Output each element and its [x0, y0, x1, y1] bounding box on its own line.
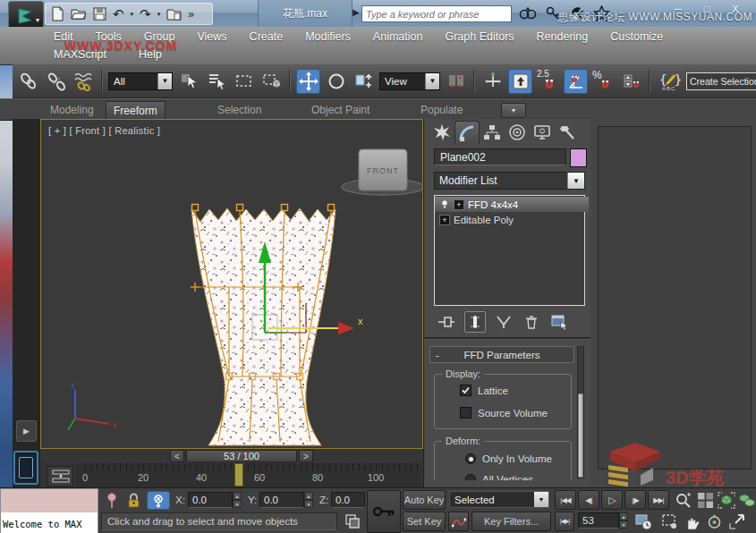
ribbon-tab-selection[interactable]: Selection: [210, 101, 268, 118]
viewcube[interactable]: FRONT: [342, 149, 422, 195]
scrollbar-thumb[interactable]: [578, 393, 583, 478]
radio-selected-icon[interactable]: [465, 453, 476, 464]
field-of-view-region-icon[interactable]: [659, 512, 679, 531]
absolute-mode-transform-icon[interactable]: [147, 491, 170, 510]
select-and-move-icon[interactable]: [296, 69, 320, 94]
spinner-up-icon[interactable]: ▲: [233, 492, 242, 500]
set-key-button[interactable]: Set Key: [403, 512, 446, 531]
modifier-list-dropdown[interactable]: Modifier List ▼: [434, 172, 585, 190]
timeline-slider-handle[interactable]: [234, 463, 243, 486]
ribbon-tab-object-paint[interactable]: Object Paint: [304, 101, 377, 118]
qat-overflow-icon[interactable]: »: [188, 9, 194, 20]
next-frame-arrow-button[interactable]: >: [299, 450, 313, 462]
set-keys-button[interactable]: [367, 490, 401, 533]
reference-coordinate-dropdown[interactable]: View ▼: [379, 72, 440, 90]
menu-graph-editors[interactable]: Graph Editors: [445, 30, 514, 43]
listener-macro-pane[interactable]: [1, 489, 98, 513]
visibility-bulb-icon[interactable]: [439, 199, 450, 210]
maximize-button[interactable]: □: [694, 2, 719, 16]
use-pivot-point-center-icon[interactable]: [444, 69, 468, 94]
stack-row-editable-poly[interactable]: + Editable Poly: [435, 212, 589, 227]
frame-spinner[interactable]: ▲▼: [619, 512, 628, 529]
select-and-link-icon[interactable]: [16, 69, 40, 94]
percent-snap-toggle-icon[interactable]: %: [591, 69, 616, 94]
y-spinner[interactable]: ▲▼: [304, 492, 313, 508]
tab-scroll-arrow-icon[interactable]: ▶: [353, 7, 360, 17]
track-bar[interactable]: 0 20 40 60 80 100: [40, 463, 423, 487]
keyboard-shortcut-override-icon[interactable]: [508, 69, 532, 94]
zoom-extents-icon[interactable]: [717, 490, 736, 510]
tab-motion-icon[interactable]: [505, 121, 530, 144]
isolate-selection-icon[interactable]: [343, 512, 362, 531]
previous-frame-arrow-button[interactable]: <: [170, 450, 184, 462]
orbit-icon[interactable]: [704, 512, 724, 531]
named-selection-sets-icon[interactable]: { }ABC: [656, 69, 683, 94]
select-and-manipulate-icon[interactable]: [480, 69, 505, 94]
previous-frame-button[interactable]: ◀||: [578, 490, 599, 510]
z-coord-field[interactable]: 0.0: [331, 492, 365, 508]
goto-end-button[interactable]: ▶▶|: [648, 490, 669, 510]
checkbox-unchecked-icon[interactable]: [460, 407, 471, 419]
menu-create[interactable]: Create: [250, 30, 284, 43]
configure-modifier-sets-icon[interactable]: [549, 312, 569, 332]
all-vertices-radio-row[interactable]: All Vertices: [465, 474, 533, 480]
selection-lock-icon[interactable]: [126, 492, 141, 509]
menu-modifiers[interactable]: Modifiers: [305, 30, 351, 43]
expand-plus-icon[interactable]: +: [439, 215, 450, 225]
time-configuration-icon[interactable]: [633, 512, 653, 531]
pan-hand-icon[interactable]: [682, 512, 701, 531]
auto-key-button[interactable]: Auto Key: [403, 490, 446, 510]
tab-display-icon[interactable]: [530, 121, 555, 144]
minimize-button[interactable]: ─: [666, 2, 691, 16]
project-folder-icon[interactable]: [166, 7, 182, 21]
new-file-icon[interactable]: [51, 6, 64, 21]
goto-start-button[interactable]: |◀◀: [555, 490, 576, 510]
ribbon-config-dropdown-icon[interactable]: ▼: [501, 103, 526, 118]
undo-dropdown-icon[interactable]: ▾: [131, 11, 134, 18]
window-crossing-icon[interactable]: [259, 69, 284, 94]
create-selection-set-field[interactable]: Create Selection: [686, 72, 756, 90]
spinner-snap-toggle-icon[interactable]: [619, 69, 643, 94]
lattice-checkbox-row[interactable]: Lattice: [460, 385, 508, 396]
select-and-rotate-icon[interactable]: [324, 69, 348, 94]
spinner-down-icon[interactable]: ▼: [304, 500, 313, 508]
stack-row-ffd[interactable]: + FFD 4x4x4: [435, 197, 589, 212]
default-tangent-icon[interactable]: [448, 512, 469, 531]
tab-hierarchy-icon[interactable]: [480, 121, 505, 144]
radio-unselected-icon[interactable]: [465, 474, 476, 480]
menu-rendering[interactable]: Rendering: [537, 30, 589, 43]
unlink-selection-icon[interactable]: [44, 69, 68, 94]
save-file-icon[interactable]: [93, 7, 106, 21]
bind-to-space-warp-icon[interactable]: [72, 69, 96, 94]
maximize-viewport-toggle-icon[interactable]: [726, 512, 746, 531]
show-end-result-icon[interactable]: [464, 311, 486, 333]
redo-dropdown-icon[interactable]: ▾: [157, 11, 161, 18]
viewport-layout-tab-button[interactable]: [13, 451, 38, 485]
object-color-swatch[interactable]: [570, 148, 587, 167]
remove-modifier-trash-icon[interactable]: [522, 312, 541, 332]
vase-model[interactable]: [191, 205, 336, 446]
mini-curve-editor-button[interactable]: [47, 466, 73, 486]
document-tab[interactable]: 花瓶.max: [258, 0, 353, 27]
checkbox-checked-icon[interactable]: [460, 385, 471, 396]
select-object-icon[interactable]: [176, 69, 200, 94]
zoom-all-viewports-icon[interactable]: [695, 490, 715, 510]
source-volume-checkbox-row[interactable]: Source Volume: [460, 407, 548, 419]
ribbon-tab-freeform[interactable]: Freeform: [106, 101, 166, 119]
time-slider-handle[interactable]: 53 / 100: [186, 450, 297, 462]
play-button[interactable]: ▷: [601, 490, 623, 510]
help-search-box[interactable]: [361, 5, 512, 22]
make-unique-icon[interactable]: [494, 312, 514, 332]
tab-create-icon[interactable]: [429, 121, 454, 144]
maxscript-mini-listener[interactable]: Welcome to MAX: [0, 488, 98, 533]
x-coord-field[interactable]: 0.0: [188, 492, 233, 508]
spinner-down-icon[interactable]: ▼: [619, 520, 628, 529]
front-viewport[interactable]: [ + ] [ Front ] [ Realistic ]: [40, 119, 423, 449]
undo-icon[interactable]: ↶: [113, 7, 124, 21]
selection-filter-dropdown[interactable]: All ▼: [108, 72, 173, 90]
select-and-scale-icon[interactable]: [352, 69, 376, 94]
rollout-scrollbar[interactable]: [577, 346, 584, 478]
expand-plus-icon[interactable]: +: [454, 199, 464, 210]
select-by-name-icon[interactable]: [204, 69, 228, 94]
zoom-mode-icon[interactable]: [673, 490, 692, 510]
